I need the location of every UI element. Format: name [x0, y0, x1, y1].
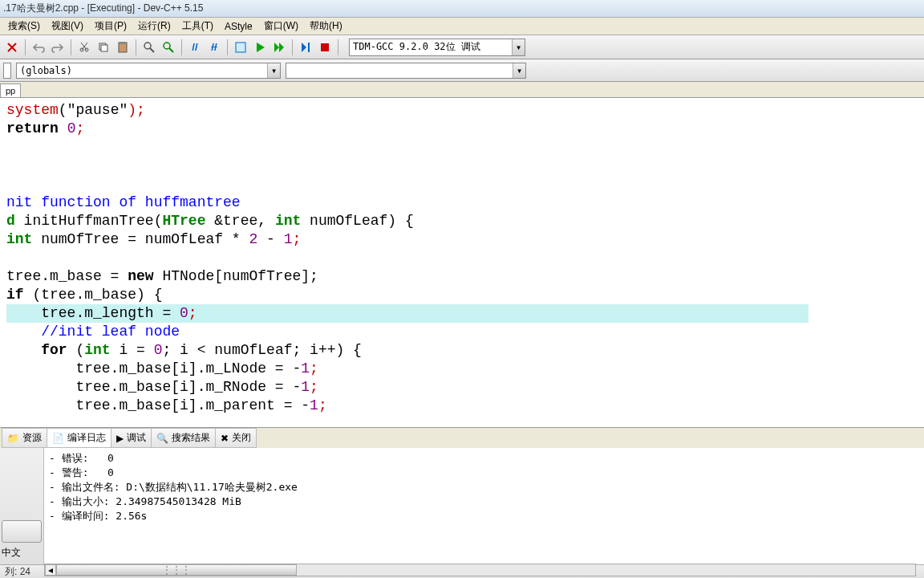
output-button[interactable] [2, 520, 42, 543]
file-tabs: pp [0, 82, 924, 98]
scroll-thumb[interactable]: ⋮⋮⋮ [56, 564, 297, 576]
menu-window[interactable]: 窗口(W) [259, 18, 303, 35]
uncomment-icon[interactable]: // [205, 39, 223, 56]
find-icon[interactable] [140, 39, 158, 56]
folder-icon: 📁 [7, 433, 19, 444]
globals-label: (globals) [17, 65, 72, 76]
menu-search[interactable]: 搜索(S) [3, 18, 45, 35]
compiler-label: TDM-GCC 9.2.0 32位 调试 [353, 40, 480, 54]
menu-astyle[interactable]: AStyle [220, 19, 257, 34]
globals-combo[interactable]: (globals) ▾ [16, 63, 281, 79]
close-icon[interactable] [3, 39, 21, 56]
copy-icon[interactable] [95, 39, 112, 56]
step-icon[interactable] [297, 39, 314, 56]
replace-icon[interactable] [160, 39, 177, 56]
compile-run-icon[interactable] [270, 39, 288, 56]
svg-rect-3 [101, 45, 107, 51]
chevron-down-icon: ▾ [513, 63, 525, 78]
svg-rect-10 [321, 43, 329, 51]
window-title: .17哈夫曼树2.cpp - [Executing] - Dev-C++ 5.1… [3, 2, 203, 15]
redo-icon[interactable] [49, 39, 67, 56]
svg-rect-5 [120, 42, 125, 44]
menu-tools[interactable]: 工具(T) [177, 18, 218, 35]
menu-run[interactable]: 运行(R) [133, 18, 176, 35]
scope-bar: (globals) ▾ ▾ [0, 59, 924, 82]
comment-icon[interactable]: // [186, 39, 204, 56]
chevron-down-icon: ▾ [267, 63, 280, 78]
tab-resource[interactable]: 📁 资源 [2, 428, 47, 448]
compile-icon[interactable] [232, 39, 249, 56]
title-bar: .17哈夫曼树2.cpp - [Executing] - Dev-C++ 5.1… [0, 0, 924, 18]
output-sidebar: 中文 [0, 448, 44, 564]
scroll-left-icon[interactable]: ◂ [45, 564, 56, 576]
menu-project[interactable]: 项目(P) [90, 18, 132, 35]
play-icon: ▶ [116, 433, 124, 444]
close-icon: ✖ [221, 433, 229, 444]
output-panel: 中文 - 错误: 0 - 警告: 0 - 输出文件名: D:\数据结构\11.1… [0, 448, 924, 564]
compile-output[interactable]: - 错误: 0 - 警告: 0 - 输出文件名: D:\数据结构\11.17哈夫… [44, 448, 924, 564]
highlighted-line: tree.m_length = 0; [6, 304, 808, 323]
horizontal-scrollbar[interactable]: ◂ ⋮⋮⋮ [44, 564, 916, 576]
menu-view[interactable]: 视图(V) [47, 18, 88, 35]
paste-icon[interactable] [114, 39, 132, 56]
tab-close[interactable]: ✖ 关闭 [215, 428, 257, 448]
menu-bar: 搜索(S) 视图(V) 项目(P) 运行(R) 工具(T) AStyle 窗口(… [0, 18, 924, 35]
log-icon: 📄 [52, 433, 64, 444]
menu-help[interactable]: 帮助(H) [305, 18, 347, 35]
stop-icon[interactable] [316, 39, 334, 56]
svg-point-7 [164, 43, 170, 49]
output-tabs: 📁 资源 📄 编译日志 ▶ 调试 🔍 搜索结果 ✖ 关闭 [0, 427, 924, 448]
chevron-down-icon: ▾ [512, 39, 525, 55]
svg-rect-9 [308, 43, 310, 52]
file-tab[interactable]: pp [0, 83, 21, 97]
svg-rect-8 [236, 43, 245, 52]
svg-point-6 [144, 43, 151, 49]
status-column: 列: 24 [5, 565, 30, 579]
tab-search-results[interactable]: 🔍 搜索结果 [151, 428, 216, 448]
scope-handle [3, 63, 11, 79]
members-combo[interactable]: ▾ [286, 63, 526, 79]
lang-label: 中文 [2, 546, 42, 560]
tab-compile-log[interactable]: 📄 编译日志 [47, 428, 111, 448]
compiler-selector[interactable]: TDM-GCC 9.2.0 32位 调试 ▾ [349, 39, 525, 56]
code-editor[interactable]: system("pause"); return 0; nit function … [0, 98, 924, 427]
run-icon[interactable] [251, 39, 269, 56]
code-content: system("pause"); return 0; nit function … [0, 98, 924, 415]
cut-icon[interactable] [75, 39, 93, 56]
search-icon: 🔍 [156, 433, 168, 444]
undo-icon[interactable] [30, 39, 47, 56]
main-toolbar: // // TDM-GCC 9.2.0 32位 调试 ▾ [0, 35, 924, 59]
tab-debug[interactable]: ▶ 调试 [111, 428, 152, 448]
